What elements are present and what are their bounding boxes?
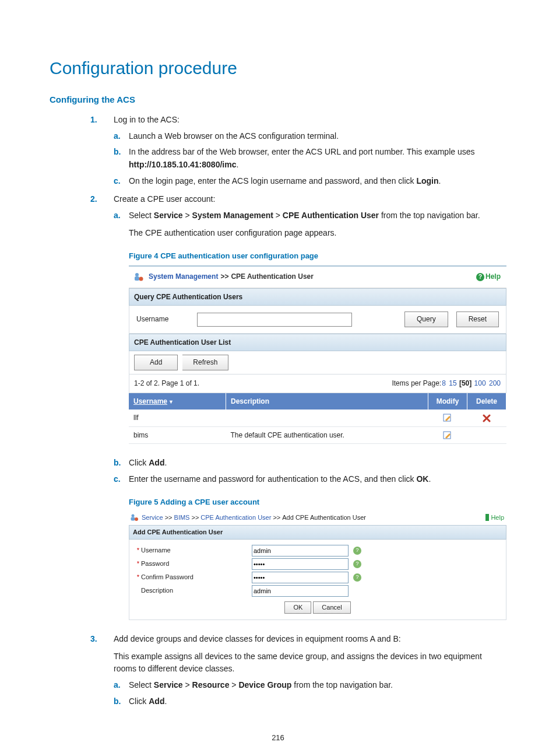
step-3: 3. Add device groups and device classes …	[50, 633, 506, 708]
step-3b-post: .	[164, 696, 167, 706]
password-input[interactable]	[252, 558, 349, 570]
username-input[interactable]	[252, 545, 349, 556]
field-description: Description	[135, 585, 500, 597]
step-1b-url: http://10.185.10.41:8080/imc	[129, 160, 236, 169]
step-1c-post: .	[439, 176, 441, 186]
step-2a-pre: Select	[129, 211, 154, 220]
username-label: Username	[141, 545, 252, 555]
figure-4-breadcrumb: System Management >> CPE Authentication …	[129, 267, 506, 288]
reset-button[interactable]: Reset	[456, 312, 499, 327]
modify-icon[interactable]	[443, 431, 452, 439]
query-button[interactable]: Query	[404, 312, 448, 327]
cell-description	[226, 410, 428, 426]
step-1a-text: Launch a Web browser on the ACS configur…	[129, 131, 339, 141]
crumb-sep: >>	[165, 513, 173, 523]
figure-4-caption: Figure 4 CPE authentication user configu…	[129, 250, 506, 262]
ipp-8[interactable]: 8	[442, 379, 446, 387]
add-button[interactable]: Add	[134, 355, 178, 370]
description-input[interactable]	[252, 585, 349, 597]
help-icon: ?	[485, 514, 489, 521]
step-1: 1. Log in to the ACS: a. Launch a Web br…	[50, 114, 506, 187]
step-3a-post: from the top navigation bar.	[291, 680, 393, 690]
users-icon	[132, 271, 145, 283]
step-3b-pre: Click	[129, 696, 149, 706]
table-row: bims The default CPE authentication user…	[129, 426, 506, 444]
cell-username: llf	[129, 410, 226, 426]
step-2a-post: from the top navigation bar.	[379, 211, 480, 220]
help-link[interactable]: ? Help	[485, 513, 504, 523]
step-2c-pre: Enter the username and password for auth…	[129, 474, 416, 484]
step-2a-b1: Service	[154, 211, 183, 220]
hint-icon[interactable]: ?	[353, 547, 361, 555]
step-2b-post: .	[164, 458, 167, 467]
cell-username: bims	[129, 426, 226, 444]
step-3-number: 3.	[90, 633, 97, 646]
svg-point-0	[135, 273, 139, 276]
confirm-password-input[interactable]	[252, 572, 349, 583]
step-2a-b3: CPE Authentication User	[283, 211, 379, 220]
add-user-panel-header: Add CPE Authentication User	[129, 525, 506, 540]
svg-point-5	[132, 514, 135, 517]
step-1-number: 1.	[90, 114, 97, 127]
step-1-text: Log in to the ACS:	[114, 115, 180, 124]
crumb-sep: >>	[220, 271, 228, 282]
col-username[interactable]: Username▼	[129, 393, 226, 410]
ipp-200[interactable]: 200	[489, 379, 501, 387]
crumb-sep: >>	[191, 513, 199, 523]
step-3a-b3: Device Group	[238, 680, 291, 690]
cancel-button[interactable]: Cancel	[313, 601, 350, 614]
col-delete: Delete	[467, 393, 506, 410]
help-link[interactable]: ?Help	[476, 271, 501, 282]
step-2a-after: The CPE authentication user configuratio…	[129, 227, 506, 240]
step-1c: c. On the login page, enter the ACS logi…	[114, 175, 506, 188]
crumb-service[interactable]: Service	[142, 513, 163, 523]
sort-desc-icon: ▼	[168, 399, 174, 405]
step-2b-pre: Click	[129, 458, 149, 467]
crumb-system-management[interactable]: System Management	[149, 271, 218, 282]
step-3b-marker: b.	[114, 695, 121, 708]
crumb-cpe-auth-user[interactable]: CPE Authentication User	[200, 513, 271, 523]
step-2c: c. Enter the username and password for a…	[114, 473, 506, 620]
step-3a-gt2: >	[229, 680, 238, 690]
step-3a-pre: Select	[129, 680, 154, 690]
step-1a: a. Launch a Web browser on the ACS confi…	[114, 130, 506, 143]
delete-icon[interactable]	[483, 414, 491, 422]
page-title: Configuration procedure	[50, 58, 506, 78]
svg-rect-6	[131, 517, 135, 521]
step-2c-marker: c.	[114, 473, 121, 486]
username-input[interactable]	[197, 313, 352, 327]
step-1c-login: Login	[416, 176, 438, 186]
step-2b: b. Click Add.	[114, 457, 506, 470]
ipp-15[interactable]: 15	[449, 379, 456, 387]
step-1b: b. In the address bar of the Web browser…	[114, 146, 506, 171]
confirm-password-label: Confirm Password	[141, 572, 252, 582]
step-3b-add: Add	[149, 696, 164, 706]
ipp-100[interactable]: 100	[474, 379, 486, 387]
list-panel-header: CPE Authentication User List	[129, 334, 506, 352]
step-2a-marker: a.	[114, 209, 121, 222]
table-row: llf	[129, 410, 506, 426]
step-2a-b2: System Management	[192, 211, 273, 220]
step-2-text: Create a CPE user account:	[114, 194, 215, 204]
step-2-number: 2.	[90, 193, 97, 206]
svg-point-7	[135, 517, 138, 521]
list-toolbar: Add Refresh	[129, 351, 506, 374]
modify-icon[interactable]	[443, 414, 452, 422]
hint-icon[interactable]: ?	[353, 560, 361, 568]
crumb-bims[interactable]: BIMS	[174, 513, 190, 523]
users-icon	[129, 513, 139, 522]
field-username: * Username ?	[135, 545, 500, 556]
crumb-sep: >>	[273, 513, 280, 523]
items-per-page: Items per Page:8 15 [50] 100 200	[392, 378, 501, 389]
ok-button[interactable]: OK	[284, 601, 311, 614]
procedure-list: 1. Log in to the ACS: a. Launch a Web br…	[50, 114, 506, 708]
figure-5-breadcrumb: Service>> BIMS>> CPE Authentication User…	[129, 512, 506, 525]
refresh-button[interactable]: Refresh	[182, 355, 228, 370]
pager-status: 1-2 of 2. Page 1 of 1.	[134, 378, 199, 389]
hint-icon[interactable]: ?	[353, 573, 361, 582]
step-3-after: This example assigns all devices to the …	[114, 650, 506, 676]
step-2: 2. Create a CPE user account: a. Select …	[50, 193, 506, 620]
required-marker: *	[135, 559, 141, 569]
figure-5-caption: Figure 5 Adding a CPE user account	[129, 496, 506, 508]
required-marker: *	[135, 572, 141, 582]
